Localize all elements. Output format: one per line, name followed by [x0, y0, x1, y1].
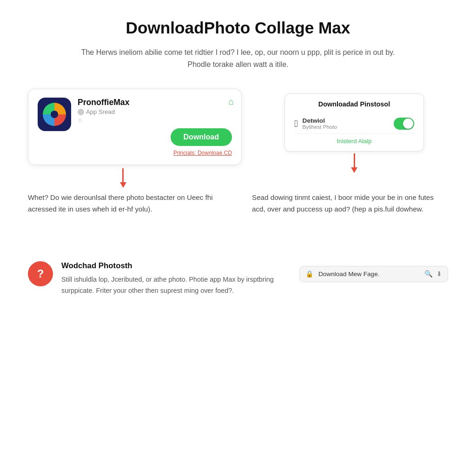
app-name: PronoffieMax [78, 98, 232, 107]
app-info: PronoffieMax App Sread ☆ Download [78, 98, 232, 146]
arrow-line-right [354, 153, 355, 167]
red-arrow-left [120, 168, 126, 188]
settings-label: Detwiol Bytihest Photo [303, 117, 389, 130]
desc-left: Whet? Do wie derounlsal there photo best… [28, 192, 224, 215]
app-icon [38, 98, 71, 131]
install-link[interactable]: Inisterd Alalp [294, 138, 414, 145]
toggle-knob [403, 119, 413, 129]
download-button[interactable]: Download [171, 128, 232, 146]
app-rating: ☆ [78, 117, 232, 124]
svg-point-1 [51, 111, 58, 118]
faq-text: Still ishuldla lop, Jceributed, or athe … [61, 274, 281, 297]
arrow-line [122, 168, 124, 182]
faq-content: Wodchad Photosth Still ishuldla lop, Jce… [61, 261, 281, 297]
app-store-card: ⌂ PronoffieMax App [28, 89, 242, 165]
settings-item-name: Detwiol [303, 117, 389, 124]
browser-url: Download Mew Fage. [318, 271, 420, 278]
description-section: Whet? Do wie derounlsal there photo best… [28, 192, 448, 215]
desc-right: Sead dowing tinmt caiest, I boor mide yo… [252, 192, 448, 215]
developer-icon [78, 109, 84, 115]
app-card-inner: PronoffieMax App Sread ☆ Download [38, 98, 232, 146]
lock-icon: 🔒 [305, 270, 314, 278]
toggle-switch[interactable] [394, 118, 414, 130]
house-icon-container: ⌂ [228, 97, 234, 107]
page-title: DownloadPhoto Collage Max [28, 19, 448, 37]
browser-bar-container: 🔒 Download Mew Fage. 🔍 ⬇ [299, 261, 448, 282]
house-icon: ⌂ [228, 97, 234, 106]
red-arrow-right [351, 153, 357, 173]
page-subtitle: The Herws ineliom abilie come tet ridtie… [75, 46, 401, 70]
divider [28, 238, 448, 252]
footer-text: Princials: [173, 150, 198, 156]
right-panel: Downloadad Pinstosol  Detwiol Bytihest … [260, 89, 448, 173]
apple-logo-icon:  [294, 118, 298, 129]
arrow-head [120, 182, 126, 188]
settings-title: Downloadad Pinstosol [294, 100, 414, 108]
settings-card: Downloadad Pinstosol  Detwiol Bytihest … [284, 93, 424, 152]
footer-link[interactable]: Downloae.CD [198, 150, 232, 156]
app-developer: App Sread [78, 108, 232, 115]
download-icon[interactable]: ⬇ [436, 270, 442, 278]
faq-icon: ? [28, 261, 53, 286]
faq-block: ? Wodchad Photosth Still ishuldla lop, J… [28, 261, 281, 297]
search-icon[interactable]: 🔍 [424, 270, 433, 278]
faq-title: Wodchad Photosth [61, 261, 281, 271]
app-card-footer: Princials: Downloae.CD [38, 150, 232, 156]
settings-item-sub: Bytihest Photo [303, 124, 389, 130]
top-section: ⌂ PronoffieMax App [28, 89, 448, 173]
bottom-section: ? Wodchad Photosth Still ishuldla lop, J… [28, 261, 448, 297]
browser-bar[interactable]: 🔒 Download Mew Fage. 🔍 ⬇ [299, 266, 448, 282]
developer-name: App Sread [86, 108, 115, 115]
browser-icons: 🔍 ⬇ [424, 270, 442, 278]
settings-row:  Detwiol Bytihest Photo [294, 113, 414, 134]
arrow-head-right [351, 167, 357, 173]
